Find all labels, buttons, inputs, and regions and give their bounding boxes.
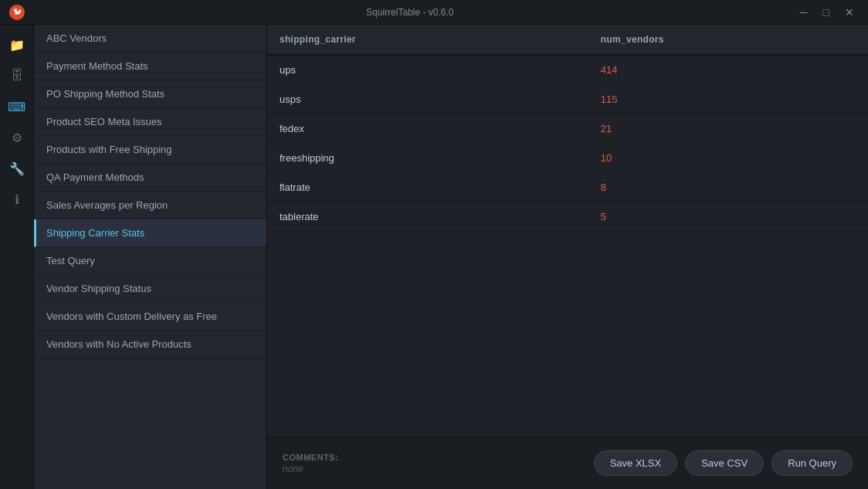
info-icon-btn[interactable]: ℹ	[3, 185, 31, 213]
nav-sidebar: ABC VendorsPayment Method StatsPO Shippi…	[34, 25, 267, 489]
cell-carrier-3: freeshipping	[267, 144, 588, 173]
table-row: usps115	[267, 85, 868, 114]
tools-icon-btn[interactable]: 🔧	[3, 155, 31, 182]
nav-item-2[interactable]: PO Shipping Method Stats	[34, 80, 266, 108]
window-controls: ─ □ ✕	[795, 5, 859, 19]
app-title: SquirrelTable - v0.6.0	[25, 7, 795, 18]
nav-item-5[interactable]: QA Payment Methods	[34, 164, 266, 192]
icon-sidebar: 📁 🗄 ⌨ ⚙ 🔧 ℹ	[0, 25, 34, 489]
table-row: freeshipping10	[267, 144, 868, 173]
maximize-button[interactable]: □	[819, 5, 834, 19]
folder-icon-btn[interactable]: 📁	[3, 31, 31, 59]
cell-vendors-4: 8	[588, 173, 868, 202]
nav-item-11[interactable]: Vendors with No Active Products	[34, 331, 266, 358]
cell-carrier-2: fedex	[267, 114, 588, 144]
results-table: shipping_carrier num_vendors ups414usps1…	[267, 25, 868, 232]
content-area: shipping_carrier num_vendors ups414usps1…	[267, 25, 868, 489]
table-row: tablerate5	[267, 202, 868, 232]
cell-carrier-1: usps	[267, 85, 588, 114]
main-layout: 📁 🗄 ⌨ ⚙ 🔧 ℹ ABC VendorsPayment Method St…	[0, 25, 868, 489]
run-query-button[interactable]: Run Query	[771, 450, 853, 476]
app-logo: 🐿	[9, 5, 25, 20]
save-xlsx-button[interactable]: Save XLSX	[594, 450, 678, 476]
settings-icon-btn[interactable]: ⚙	[3, 124, 31, 151]
cell-vendors-0: 414	[588, 55, 868, 85]
cell-vendors-1: 115	[588, 85, 868, 114]
col-num-vendors: num_vendors	[588, 25, 868, 55]
nav-item-9[interactable]: Vendor Shipping Status	[34, 275, 266, 303]
nav-item-4[interactable]: Products with Free Shipping	[34, 136, 266, 164]
comments-value: none	[283, 464, 338, 474]
comments-section: COMMENTS: none	[283, 453, 338, 474]
save-csv-button[interactable]: Save CSV	[685, 450, 764, 476]
table-container: shipping_carrier num_vendors ups414usps1…	[267, 25, 868, 436]
table-row: flatrate8	[267, 173, 868, 202]
table-row: fedex21	[267, 114, 868, 144]
cell-carrier-0: ups	[267, 55, 588, 85]
title-bar: 🐿 SquirrelTable - v0.6.0 ─ □ ✕	[0, 0, 868, 25]
nav-item-3[interactable]: Product SEO Meta Issues	[34, 108, 266, 136]
table-row: ups414	[267, 55, 868, 85]
nav-item-10[interactable]: Vendors with Custom Delivery as Free	[34, 303, 266, 331]
footer-buttons: Save XLSX Save CSV Run Query	[594, 450, 853, 476]
minimize-button[interactable]: ─	[795, 5, 812, 19]
nav-item-1[interactable]: Payment Method Stats	[34, 53, 266, 80]
nav-item-6[interactable]: Sales Averages per Region	[34, 192, 266, 219]
col-shipping-carrier: shipping_carrier	[267, 25, 588, 55]
footer: COMMENTS: none Save XLSX Save CSV Run Qu…	[267, 436, 868, 489]
nav-item-7[interactable]: Shipping Carrier Stats	[34, 219, 266, 247]
nav-item-0[interactable]: ABC Vendors	[34, 25, 266, 53]
cell-carrier-5: tablerate	[267, 202, 588, 232]
cell-vendors-3: 10	[588, 144, 868, 173]
close-button[interactable]: ✕	[840, 5, 859, 19]
terminal-icon-btn[interactable]: ⌨	[3, 93, 31, 121]
cell-vendors-2: 21	[588, 114, 868, 144]
nav-item-8[interactable]: Test Query	[34, 247, 266, 275]
cell-carrier-4: flatrate	[267, 173, 588, 202]
comments-label: COMMENTS:	[283, 453, 338, 462]
cell-vendors-5: 5	[588, 202, 868, 232]
table-header-row: shipping_carrier num_vendors	[267, 25, 868, 55]
database-icon-btn[interactable]: 🗄	[3, 62, 31, 90]
